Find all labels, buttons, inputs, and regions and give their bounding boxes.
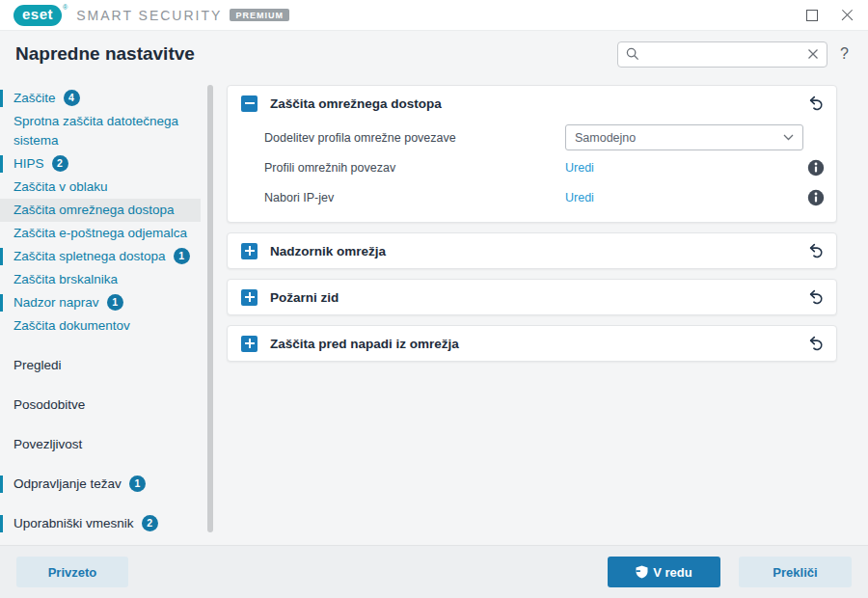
chevron-down-icon [783,134,794,141]
sidebar-item-label: Odpravljanje težav [14,476,122,491]
count-badge: 4 [64,90,80,106]
footer: Privzeto V redu Prekliči [0,545,868,598]
setting-label: Dodelitev profila omrežne povezave [264,131,565,145]
count-badge: 1 [107,294,123,311]
sidebar-item-zascita-spletnega-dostopa[interactable]: Zaščita spletnega dostopa1 [0,245,201,268]
section-zascita-omreznega-dostopa: Zaščita omrežnega dostopa Dodelitev prof… [227,85,837,223]
section-header[interactable]: Zaščita omrežnega dostopa [228,86,836,121]
section-zascita-pred-napadi: Zaščita pred napadi iz omrežja [227,325,837,362]
page-title: Napredne nastavitve [15,43,195,65]
section-title: Nadzornik omrežja [270,244,807,258]
section-pozarni-zid: Požarni zid [227,279,837,315]
sidebar: Zaščite4 Sprotna zaščita datotečnega sis… [0,77,201,545]
revert-icon[interactable] [807,95,825,112]
sidebar-item-label: HIPS [14,156,44,171]
sidebar-item-hips[interactable]: HIPS2 [0,152,201,176]
product-name: SMART SECURITY [76,8,222,23]
count-badge: 2 [52,155,68,172]
edit-link[interactable]: Uredi [565,191,594,204]
section-header[interactable]: Nadzornik omrežja [228,233,836,268]
expand-icon[interactable] [241,336,258,352]
sidebar-item-label: Zaščita e-poštnega odjemalca [14,226,187,240]
page-header: Napredne nastavitve ? [0,31,868,77]
edition-badge: PREMIUM [230,9,289,21]
sidebar-item-label: Zaščita brskalnika [14,272,118,286]
section-header[interactable]: Požarni zid [228,280,836,314]
info-icon[interactable] [807,189,825,206]
search-input[interactable] [639,47,807,61]
ok-button-label: V redu [653,565,692,580]
sidebar-item-label: Povezljivost [14,437,82,451]
sidebar-item-posodobitve[interactable]: Posodobitve [0,394,201,417]
sidebar-item-pregledi[interactable]: Pregledi [0,354,201,377]
sidebar-item-nadzor-naprav[interactable]: Nadzor naprav1 [0,291,201,314]
setting-row-profile-assignment: Dodelitev profila omrežne povezave Samod… [228,122,836,152]
search-clear-icon[interactable] [807,48,819,60]
cancel-button-label: Prekliči [773,565,817,580]
sidebar-item-sprotna-zascita[interactable]: Sprotna zaščita datotečnega sistema [0,110,201,152]
collapse-icon[interactable] [241,95,258,112]
sidebar-item-label: Uporabniški vmesnik [14,516,134,530]
count-badge: 1 [174,248,190,264]
eset-advanced-setup-window: eset ® SMART SECURITY PREMIUM Napredne n… [0,0,868,598]
window-controls [806,9,854,22]
maximize-icon[interactable] [806,10,818,21]
close-icon[interactable] [841,9,854,22]
sidebar-item-zascita-brskalnika[interactable]: Zaščita brskalnika [0,268,201,291]
section-title: Zaščita omrežnega dostopa [270,96,807,111]
sidebar-item-label: Zaščita spletnega dostopa [14,249,166,263]
shield-icon [636,565,648,579]
settings-content: Zaščita omrežnega dostopa Dodelitev prof… [227,85,837,371]
setting-row-network-profiles: Profili omrežnih povezav Uredi [228,152,836,182]
setting-label: Profili omrežnih povezav [264,161,565,175]
search-box[interactable] [617,41,827,68]
section-header[interactable]: Zaščita pred napadi iz omrežja [228,326,836,361]
sidebar-item-povezljivost[interactable]: Povezljivost [0,433,201,456]
default-button[interactable]: Privzeto [16,557,128,587]
sidebar-item-label: Nadzor naprav [14,295,99,310]
search-icon [626,47,639,61]
eset-logo-text: eset [14,5,62,26]
sidebar-item-label: Sprotna zaščita datotečnega sistema [14,114,178,148]
section-title: Zaščita pred napadi iz omrežja [270,337,807,351]
sidebar-item-zascite[interactable]: Zaščite4 [0,87,201,110]
dropdown-value: Samodejno [575,131,636,145]
ok-button[interactable]: V redu [608,557,720,587]
section-rows: Dodelitev profila omrežne povezave Samod… [228,121,836,222]
profile-assignment-dropdown[interactable]: Samodejno [565,124,803,150]
sidebar-item-uporabniski-vmesnik[interactable]: Uporabniški vmesnik2 [0,512,201,535]
revert-icon[interactable] [807,288,825,306]
sidebar-scrollbar[interactable] [207,85,213,532]
sidebar-item-label: Zaščita dokumentov [14,318,130,333]
info-icon[interactable] [807,159,825,177]
revert-icon[interactable] [807,335,825,352]
sidebar-item-label: Zaščita v oblaku [14,179,108,194]
setting-row-ip-sets: Nabori IP-jev Uredi [228,182,836,212]
sidebar-item-odpravljanje-tezav[interactable]: Odpravljanje težav1 [0,473,201,496]
section-nadzornik-omrezja: Nadzornik omrežja [227,232,837,269]
cancel-button[interactable]: Prekliči [739,557,852,587]
eset-logo: eset ® [14,5,68,26]
sidebar-item-zascita-dokumentov[interactable]: Zaščita dokumentov [0,314,201,338]
expand-icon[interactable] [241,243,258,259]
revert-icon[interactable] [807,242,825,259]
edit-link[interactable]: Uredi [565,161,594,175]
sidebar-item-zascita-v-oblaku[interactable]: Zaščita v oblaku [0,176,201,199]
section-title: Požarni zid [270,290,807,305]
titlebar: eset ® SMART SECURITY PREMIUM [0,0,868,31]
setting-label: Nabori IP-jev [264,191,565,204]
default-button-label: Privzeto [48,565,97,580]
body: Zaščite4 Sprotna zaščita datotečnega sis… [0,77,868,545]
count-badge: 2 [142,515,158,531]
sidebar-item-label: Zaščita omrežnega dostopa [14,203,175,217]
sidebar-item-label: Posodobitve [14,397,85,412]
sidebar-item-label: Pregledi [14,358,62,372]
count-badge: 1 [129,476,146,492]
sidebar-item-zascita-epostnega-odjemalca[interactable]: Zaščita e-poštnega odjemalca [0,222,201,245]
expand-icon[interactable] [241,289,258,306]
sidebar-item-label: Zaščite [14,91,56,105]
registered-trademark: ® [63,4,68,11]
help-icon[interactable]: ? [840,45,849,63]
sidebar-item-zascita-omreznega-dostopa[interactable]: Zaščita omrežnega dostopa [0,199,201,222]
